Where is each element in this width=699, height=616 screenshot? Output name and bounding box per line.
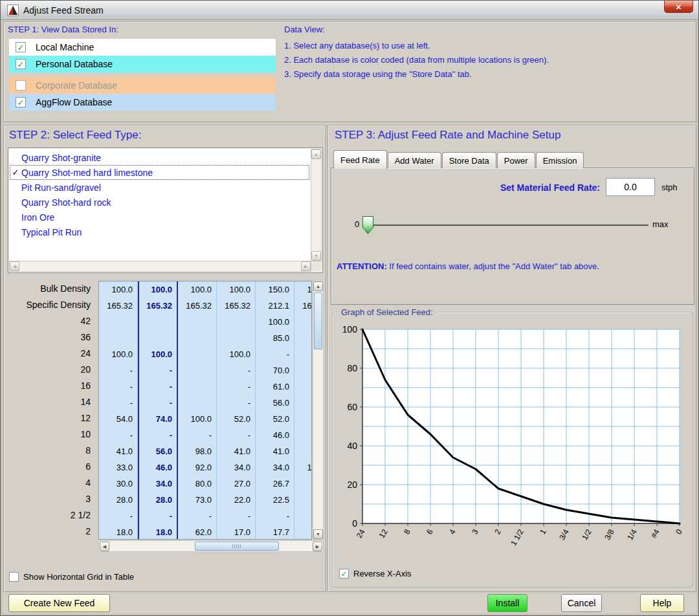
scroll-down-icon[interactable]: ▼ — [311, 251, 321, 261]
feed-type-typical-pit-run[interactable]: Typical Pit Run — [10, 225, 309, 239]
help-button[interactable]: Help — [640, 594, 684, 612]
tab-bar: Feed RateAdd WaterStore DataPowerEmissio… — [333, 149, 584, 168]
create-new-feed-button[interactable]: Create New Feed — [8, 594, 110, 612]
table-vscrollbar[interactable]: ▲ ▼ — [313, 281, 324, 540]
table-row-label: 24 — [5, 346, 97, 362]
svg-text:3/4: 3/4 — [557, 527, 571, 542]
database-option-personal-database[interactable]: ✓Personal Database — [9, 56, 276, 72]
tab-power[interactable]: Power — [497, 152, 535, 168]
table-column-5[interactable]: 150.0212.1100.085.0-70.061.056.052.046.0… — [256, 281, 294, 539]
database-option-corporate-database[interactable]: Corporate Database — [9, 77, 276, 94]
scroll-down-icon[interactable]: ▼ — [313, 529, 323, 539]
table-cell: 165.32 — [139, 298, 177, 314]
table-cell: 52.0 — [256, 411, 294, 427]
table-cell — [178, 395, 216, 411]
checkbox-icon[interactable]: ✓ — [16, 97, 26, 107]
checkbox-icon[interactable] — [16, 80, 26, 91]
table-cell: 85.0 — [256, 330, 294, 346]
data-view-instructions: 1. Select any database(s) to use at left… — [284, 39, 549, 82]
scroll-right-icon[interactable]: ▶ — [313, 542, 322, 551]
feed-type-quarry-shot-hard-rock[interactable]: Quarry Shot-hard rock — [10, 195, 309, 210]
table-row-label: 3 — [5, 491, 97, 507]
table-cell: 34.0 — [256, 459, 294, 476]
data-view-line-3: 3. Specify data storage using the "Store… — [284, 67, 549, 82]
reverse-x-axis-checkbox[interactable]: ✓ Reverse X-Axis — [339, 569, 412, 578]
attention-bold: ATTENTION: — [337, 261, 387, 271]
table-cell — [294, 492, 312, 508]
table-cell — [139, 314, 177, 330]
table-cell: 165.32 — [217, 298, 255, 314]
tab-feed-rate[interactable]: Feed Rate — [333, 150, 387, 169]
table-cell: 41.0 — [256, 443, 294, 459]
table-cell — [294, 395, 312, 411]
step1-section: STEP 1: View Data Stored In: ✓Local Mach… — [3, 21, 696, 122]
feed-type-list[interactable]: Quarry Shot-granite✓Quarry Shot-med hard… — [8, 148, 323, 273]
svg-text:2: 2 — [493, 527, 503, 536]
table-cell: 61.0 — [256, 379, 294, 395]
table-cell — [294, 314, 312, 330]
feed-list-hscrollbar[interactable]: ◀ ▶ — [9, 261, 311, 272]
data-view-title: Data View: — [284, 25, 325, 34]
attention-text: If feed contains water, adjust the "Add … — [387, 261, 599, 271]
feed-type-quarry-shot-granite[interactable]: Quarry Shot-granite — [10, 150, 309, 165]
table-cell: 98.0 — [178, 443, 216, 459]
table-cell: 54.0 — [99, 411, 137, 427]
feed-rate-slider-handle[interactable] — [362, 216, 373, 234]
scroll-up-icon[interactable]: ▲ — [313, 281, 323, 291]
feed-type-label: Typical Pit Run — [21, 227, 82, 237]
table-cell: - — [99, 395, 137, 411]
table-column-3[interactable]: 100.0165.32100.0-98.092.080.073.0-62.0 — [178, 281, 217, 539]
feed-type-quarry-shot-med-hard-limestone[interactable]: ✓Quarry Shot-med hard limestone — [10, 165, 309, 180]
hscroll-thumb[interactable] — [195, 542, 279, 551]
vscroll-thumb[interactable] — [314, 292, 322, 349]
tab-store-data[interactable]: Store Data — [442, 152, 496, 168]
table-cell: 18.0 — [139, 524, 177, 540]
checkbox-icon[interactable]: ✓ — [16, 42, 26, 52]
table-cell: 165.32 — [99, 298, 137, 314]
cancel-button[interactable]: Cancel — [561, 594, 602, 612]
svg-text:8: 8 — [402, 527, 412, 536]
feed-type-iron-ore[interactable]: Iron Ore — [10, 210, 309, 225]
checkbox-icon[interactable]: ✓ — [16, 59, 26, 69]
table-column-1[interactable]: 100.0165.32100.0---54.0-41.033.030.028.0… — [99, 281, 138, 539]
feed-rate-slider[interactable] — [364, 225, 649, 226]
tab-add-water[interactable]: Add Water — [388, 152, 441, 168]
show-horizontal-grid-checkbox[interactable]: Show Horizontal Grid in Table — [9, 572, 134, 582]
gradation-table-data[interactable]: 100.0165.32100.0---54.0-41.033.030.028.0… — [98, 281, 312, 540]
table-cell: 34.0 — [139, 476, 177, 492]
svg-text:1: 1 — [538, 527, 548, 536]
table-cell: - — [217, 395, 255, 411]
table-column-4[interactable]: 100.0165.32100.0---52.0-41.034.027.022.0… — [217, 281, 256, 539]
table-cell — [294, 330, 312, 346]
svg-text:12: 12 — [377, 527, 390, 540]
tab-emission[interactable]: Emission — [536, 152, 584, 168]
feed-list-vscrollbar[interactable]: ▲ ▼ — [311, 149, 322, 261]
table-column-6[interactable]: 100.0165.32100.080.0 — [294, 281, 312, 539]
table-cell: 80.0 — [178, 476, 216, 492]
feed-type-label: Quarry Shot-med hard limestone — [21, 168, 153, 178]
checkbox-icon[interactable]: ✓ — [339, 569, 349, 578]
table-cell: 70.0 — [256, 362, 294, 379]
feed-type-pit-run-sand-gravel[interactable]: Pit Run-sand/gravel — [10, 180, 309, 195]
database-option-aggflow-database[interactable]: ✓AggFlow Database — [9, 94, 276, 111]
scroll-right-icon[interactable]: ▶ — [301, 261, 311, 271]
table-hscrollbar[interactable]: ◀ ▶ — [98, 540, 324, 552]
feed-rate-input[interactable] — [606, 178, 655, 196]
scroll-left-icon[interactable]: ◀ — [100, 542, 109, 551]
table-cell: 100.0 — [99, 281, 137, 298]
table-cell — [294, 524, 312, 540]
svg-text:1/2: 1/2 — [580, 527, 594, 542]
install-button[interactable]: Install — [487, 594, 527, 612]
close-button[interactable]: × — [664, 1, 693, 13]
titlebar[interactable]: Adjust Feed Stream × — [1, 1, 698, 20]
database-label: Personal Database — [36, 59, 113, 69]
table-column-2[interactable]: 100.0165.32100.0---74.0-56.046.034.028.0… — [138, 281, 178, 539]
table-cell: 26.7 — [256, 476, 294, 492]
checkbox-icon[interactable] — [9, 572, 19, 582]
feed-type-label: Iron Ore — [21, 212, 54, 223]
scroll-up-icon[interactable]: ▲ — [311, 149, 321, 159]
table-cell — [178, 362, 216, 379]
scroll-left-icon[interactable]: ◀ — [10, 261, 19, 271]
slider-min-label: 0 — [355, 219, 359, 229]
database-option-local-machine[interactable]: ✓Local Machine — [9, 39, 276, 56]
